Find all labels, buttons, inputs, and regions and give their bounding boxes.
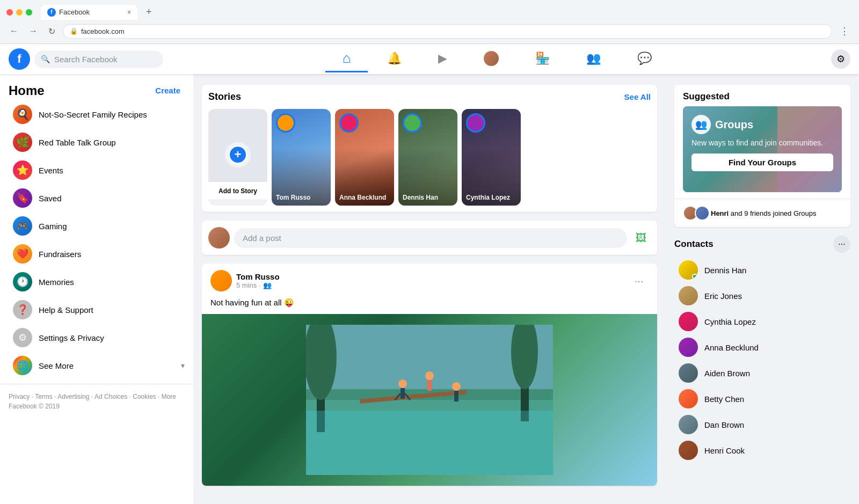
main-content: Home Create 🍳 Not-So-Secret Family Recip…: [0, 74, 859, 504]
dan-avatar: [679, 415, 698, 434]
add-story-card[interactable]: + Add to Story: [208, 109, 267, 206]
groups-icon-row: 👥 Groups: [691, 115, 833, 134]
new-tab-button[interactable]: +: [142, 4, 156, 20]
story-anna[interactable]: Anna Becklund: [335, 109, 394, 206]
sidebar-title: Home: [9, 83, 45, 98]
groups-label: Groups: [715, 119, 753, 131]
footer-links: Privacy · Terms · Advertising · Ad Choic…: [9, 393, 185, 400]
refresh-button[interactable]: ↻: [45, 24, 59, 39]
svg-point-15: [452, 382, 461, 391]
sidebar-label-seemore: See More: [39, 361, 74, 370]
contact-dennis[interactable]: Dennis Han: [674, 257, 850, 283]
story-cynthia[interactable]: Cynthia Lopez: [462, 109, 521, 206]
sidebar-label-settings: Settings & Privacy: [39, 333, 104, 342]
photo-upload-button[interactable]: 🖼: [631, 228, 651, 247]
search-input[interactable]: Search Facebook: [54, 55, 118, 64]
joined-avatars: [683, 206, 707, 221]
stories-row: + Add to Story Tom: [208, 109, 651, 206]
footer-adchoices[interactable]: Ad Choices: [94, 393, 127, 400]
contact-aiden[interactable]: Aiden Brown: [674, 360, 850, 386]
svg-point-13: [425, 371, 434, 380]
tab-close-button[interactable]: ×: [127, 9, 131, 16]
search-icon: 🔍: [41, 55, 50, 63]
joined-name: Henri: [711, 209, 729, 217]
find-groups-button[interactable]: Find Your Groups: [691, 154, 833, 171]
friends-icon: 👥: [263, 281, 272, 289]
story-name-anna: Anna Becklund: [339, 194, 390, 201]
sidebar-label-help: Help & Support: [39, 305, 93, 315]
nav-marketplace[interactable]: 🏪: [518, 47, 567, 71]
sidebar-item-redtable[interactable]: 🌿 Red Table Talk Group: [4, 128, 189, 156]
footer-cookies[interactable]: Cookies: [133, 393, 156, 400]
nav-notifications[interactable]: 🔔: [370, 47, 419, 71]
footer-advertising[interactable]: Advertising: [57, 393, 89, 400]
url-bar[interactable]: 🔒 facebook.com: [63, 24, 832, 39]
sidebar-item-gaming[interactable]: 🎮 Gaming: [4, 212, 189, 240]
nav-home[interactable]: ⌂: [325, 46, 368, 72]
back-button[interactable]: ←: [6, 24, 21, 38]
sidebar-item-memories[interactable]: 🕐 Memories: [4, 268, 189, 296]
contact-anna[interactable]: Anna Becklund: [674, 334, 850, 360]
sidebar-item-help[interactable]: ❓ Help & Support: [4, 296, 189, 324]
contact-henri[interactable]: Henri Cook: [674, 437, 850, 463]
close-dot[interactable]: [6, 9, 13, 16]
story-tom[interactable]: Tom Russo: [272, 109, 331, 206]
story-dennis[interactable]: Dennis Han: [398, 109, 457, 206]
browser-menu-button[interactable]: ⋮: [836, 23, 853, 39]
minimize-dot[interactable]: [16, 9, 23, 16]
stories-section: Stories See All + Add to Story: [202, 85, 657, 212]
sidebar-header: Home Create: [0, 78, 193, 100]
groups-icon: 👥: [691, 115, 711, 134]
browser-tab[interactable]: f Facebook ×: [41, 5, 137, 20]
tab-title: Facebook: [59, 8, 90, 16]
contact-name-dennis: Dennis Han: [704, 266, 746, 275]
nav-profile[interactable]: [467, 47, 516, 72]
henri-avatar: [679, 441, 698, 460]
online-indicator: [692, 274, 697, 279]
search-bar[interactable]: 🔍 Search Facebook: [34, 50, 163, 68]
contact-name-dan: Dan Brown: [704, 420, 744, 429]
sidebar-label-memories: Memories: [39, 277, 74, 287]
maximize-dot[interactable]: [26, 9, 32, 16]
sidebar-item-seemore[interactable]: 🌐 See More ▾: [4, 352, 189, 379]
sidebar-item-recipes[interactable]: 🍳 Not-So-Secret Family Recipes: [4, 100, 189, 128]
post-author-name[interactable]: Tom Russo: [236, 272, 625, 281]
forward-button[interactable]: →: [26, 24, 41, 38]
sidebar-item-saved[interactable]: 🔖 Saved: [4, 184, 189, 212]
settings-button[interactable]: ⚙: [831, 49, 850, 69]
footer-more[interactable]: More: [162, 393, 176, 400]
nav-messenger[interactable]: 💬: [620, 47, 669, 71]
contact-cynthia[interactable]: Cynthia Lopez: [674, 309, 850, 334]
sidebar-item-fundraisers[interactable]: ❤️ Fundraisers: [4, 240, 189, 268]
nav-center: ⌂ 🔔 ▶ 🏪 👥 💬: [163, 46, 831, 72]
facebook-logo[interactable]: f: [9, 48, 30, 70]
nav-groups[interactable]: 👥: [569, 47, 618, 71]
memories-icon: 🕐: [13, 272, 32, 291]
sidebar-label-events: Events: [39, 166, 63, 175]
nav-watch[interactable]: ▶: [421, 47, 464, 71]
post-meta: Tom Russo 5 mins · 👥: [236, 272, 625, 289]
stories-title: Stories: [208, 91, 241, 103]
story-name-dennis: Dennis Han: [403, 194, 453, 201]
sidebar-item-settings[interactable]: ⚙ Settings & Privacy: [4, 324, 189, 352]
sidebar-item-events[interactable]: ⭐ Events: [4, 156, 189, 184]
photo-icon: 🖼: [636, 232, 646, 244]
top-navigation: f 🔍 Search Facebook ⌂ 🔔 ▶ 🏪: [0, 44, 859, 74]
create-button[interactable]: Create: [151, 83, 185, 98]
contact-dan[interactable]: Dan Brown: [674, 412, 850, 437]
story-name-tom: Tom Russo: [276, 194, 326, 201]
contact-betty[interactable]: Betty Chen: [674, 386, 850, 412]
events-icon: ⭐: [13, 160, 32, 180]
footer-terms[interactable]: Terms: [35, 393, 53, 400]
settings-icon: ⚙: [836, 53, 845, 65]
footer-privacy[interactable]: Privacy: [9, 393, 30, 400]
post-input[interactable]: Add a post: [234, 228, 627, 248]
contact-eric[interactable]: Eric Jones: [674, 283, 850, 309]
dennis-avatar: [403, 113, 422, 133]
see-all-stories[interactable]: See All: [624, 92, 651, 101]
post-menu-button[interactable]: ···: [629, 271, 649, 290]
eric-avatar: [679, 286, 698, 305]
sidebar-footer: Privacy · Terms · Advertising · Ad Choic…: [0, 384, 193, 419]
contacts-options-button[interactable]: ···: [833, 236, 850, 253]
story-name-cynthia: Cynthia Lopez: [466, 194, 516, 201]
